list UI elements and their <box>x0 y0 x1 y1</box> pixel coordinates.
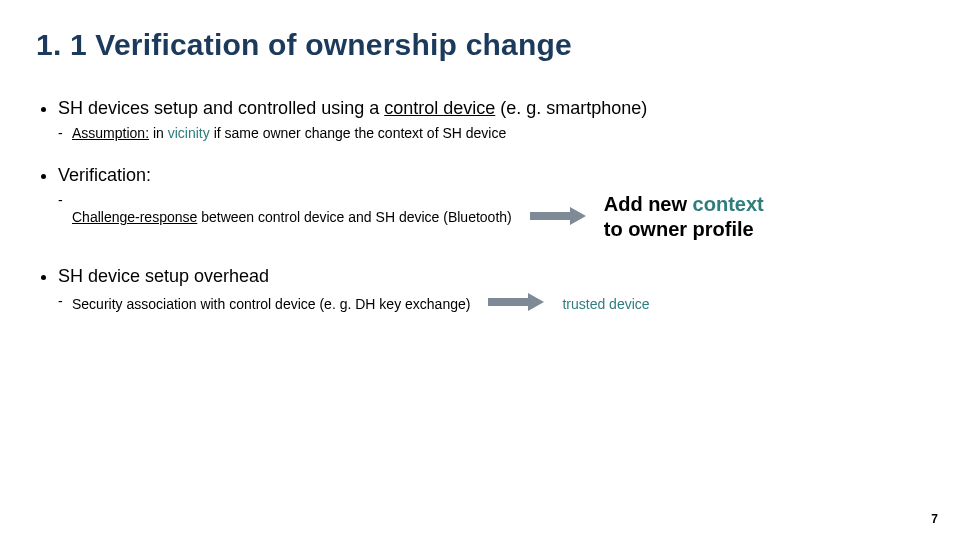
callout-line2: to owner profile <box>604 218 754 240</box>
bullet1-suffix: (e. g. smartphone) <box>495 98 647 118</box>
svg-rect-0 <box>530 212 570 220</box>
bullet3-sub-result: trusted device <box>562 296 649 312</box>
arrow-icon <box>530 207 586 228</box>
bullet-verification: Verification: Challenge-response between… <box>58 165 924 242</box>
bullet1-sub-label: Assumption: <box>72 125 149 141</box>
bullet3-sub-text: Security association with control device… <box>72 296 470 312</box>
bullet2-row: Challenge-response between control devic… <box>72 192 924 242</box>
bullet1-sub-emph: vicinity <box>168 125 210 141</box>
bullet1-sub-text2: if same owner change the context of SH d… <box>210 125 507 141</box>
page-number: 7 <box>931 512 938 526</box>
svg-marker-3 <box>528 293 544 311</box>
bullet1-sublist: Assumption: in vicinity if same owner ch… <box>58 125 924 141</box>
bullet2-sub-link: Challenge-response <box>72 209 197 225</box>
bullet3-sub: Security association with control device… <box>72 293 924 314</box>
callout-add-context: Add new context to owner profile <box>604 192 764 242</box>
bullet2-label: Verification: <box>58 165 151 185</box>
bullet2-sub: Challenge-response between control devic… <box>72 192 924 242</box>
svg-marker-1 <box>570 207 586 225</box>
bullet1-sub-assumption: Assumption: in vicinity if same owner ch… <box>72 125 924 141</box>
bullet1-prefix: SH devices setup and controlled using a <box>58 98 384 118</box>
svg-rect-2 <box>488 298 528 306</box>
slide-title: 1. 1 Verification of ownership change <box>36 28 924 62</box>
bullet-control-device: SH devices setup and controlled using a … <box>58 98 924 141</box>
bullet3-row: Security association with control device… <box>72 293 924 314</box>
bullet3-label: SH device setup overhead <box>58 266 269 286</box>
bullet1-link: control device <box>384 98 495 118</box>
arrow-icon <box>488 293 544 314</box>
callout-line1a: Add new <box>604 193 693 215</box>
bullet2-sub-text: Challenge-response between control devic… <box>72 209 512 225</box>
bullet-list: SH devices setup and controlled using a … <box>36 98 924 314</box>
bullet2-sublist: Challenge-response between control devic… <box>58 192 924 242</box>
slide: 1. 1 Verification of ownership change SH… <box>0 0 960 540</box>
bullet2-sub-rest: between control device and SH device (Bl… <box>197 209 511 225</box>
bullet-setup-overhead: SH device setup overhead Security associ… <box>58 266 924 314</box>
bullet3-sublist: Security association with control device… <box>58 293 924 314</box>
callout-line1b: context <box>693 193 764 215</box>
bullet1-sub-text1: in <box>149 125 168 141</box>
